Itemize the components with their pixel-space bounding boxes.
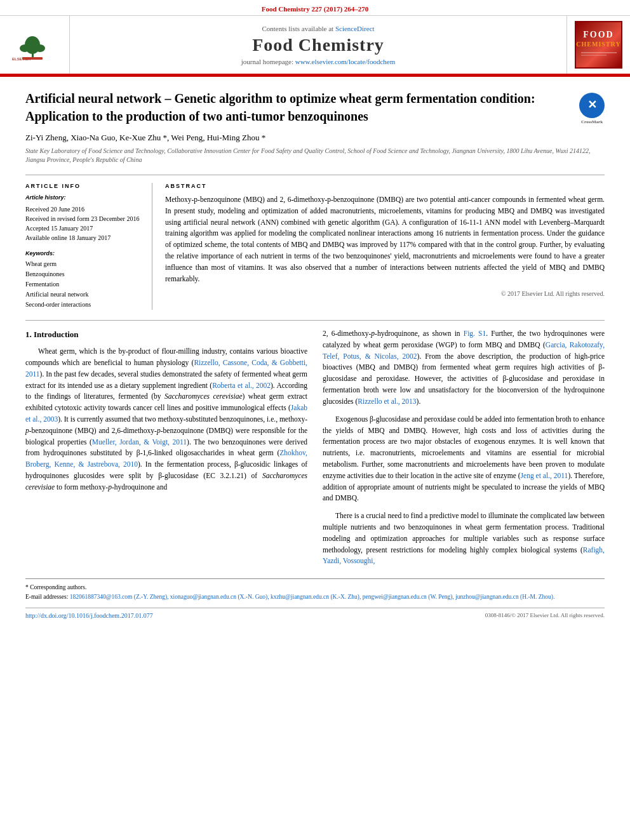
- abstract-text: Methoxy-p-benzoquinone (MBQ) and 2, 6-di…: [165, 194, 605, 285]
- intro-col2-p3: There is a crucial need to find a predic…: [323, 510, 605, 567]
- header-main: ELSEVIER Contents lists available at Sci…: [0, 15, 630, 74]
- body-separator: [25, 320, 605, 321]
- email-addresses[interactable]: 182061887340@163.com (Z.-Y. Zheng), xion…: [70, 594, 555, 600]
- food-chem-badge-area: FOOD CHEMISTRY: [566, 16, 630, 74]
- badge-chem-text: CHEMISTRY: [576, 41, 620, 48]
- ref-rafigh[interactable]: Rafigh, Yazdi, Vossoughi,: [323, 546, 605, 565]
- ref-rizzello-2011[interactable]: Rizzello, Cassone, Coda, & Gobbetti, 201…: [25, 359, 307, 378]
- copyright-line: © 2017 Elsevier Ltd. All rights reserved…: [165, 290, 605, 297]
- received-date: Received 20 June 2016: [25, 204, 142, 214]
- homepage-url[interactable]: www.elsevier.com/locate/foodchem: [295, 58, 396, 65]
- journal-header: Food Chemistry 227 (2017) 264–270 ELSEVI…: [0, 0, 630, 75]
- keyword-2: Benzoquinones: [25, 269, 142, 279]
- ref-zhokhov-2010[interactable]: Zhokhov, Broberg, Kenne, & Jastrebova, 2…: [25, 449, 307, 468]
- doi-line: http://dx.doi.org/10.1016/j.foodchem.201…: [25, 612, 153, 619]
- journal-title: Food Chemistry: [252, 35, 384, 55]
- keyword-5: Second-order interactions: [25, 300, 142, 310]
- ref-mueller-2011[interactable]: Mueller, Jordan, & Voigt, 2011: [92, 438, 187, 446]
- intro-col2-p2: Exogenous β-glucosidase and peroxidase c…: [323, 414, 605, 505]
- article-info-column: ARTICLE INFO Article history: Received 2…: [25, 183, 152, 310]
- email-line: E-mail addresses: 182061887340@163.com (…: [25, 592, 605, 601]
- intro-col2-p1: 2, 6-dimethoxy-p-hydroquinone, as shown …: [323, 328, 605, 408]
- abstract-column: ABSTRACT Methoxy-p-benzoquinone (MBQ) an…: [165, 183, 605, 310]
- affiliation: State Key Laboratory of Food Science and…: [25, 147, 605, 164]
- homepage-line: journal homepage: www.elsevier.com/locat…: [241, 58, 395, 65]
- journal-ref-text: Food Chemistry 227 (2017) 264–270: [262, 5, 369, 13]
- article-info-heading: ARTICLE INFO: [25, 183, 142, 189]
- doi-link[interactable]: http://dx.doi.org/10.1016/j.foodchem.201…: [25, 612, 153, 619]
- corresponding-note: * Corresponding authors.: [25, 583, 605, 592]
- header-center: Contents lists available at ScienceDirec…: [70, 16, 566, 74]
- article-title-row: Artificial neural network – Genetic algo…: [25, 90, 605, 125]
- svg-point-2: [20, 44, 30, 52]
- journal-ref-line: Food Chemistry 227 (2017) 264–270: [0, 4, 630, 15]
- intro-heading: 1. Introduction: [25, 328, 307, 341]
- intro-p1: Wheat germ, which is the by-product of f…: [25, 346, 307, 493]
- ref-garcia-2002[interactable]: Garcia, Rakotozafy, Telef, Potus, & Nico…: [323, 341, 605, 360]
- keywords-heading: Keywords:: [25, 250, 142, 257]
- body-two-col: 1. Introduction Wheat germ, which is the…: [25, 328, 605, 573]
- svg-text:ELSEVIER: ELSEVIER: [12, 57, 31, 61]
- badge-decoration: [580, 48, 618, 60]
- keywords-section: Keywords: Wheat germ Benzoquinones Ferme…: [25, 250, 142, 310]
- ref-roberta-2002[interactable]: Roberta et al., 2002: [212, 382, 271, 389]
- sciencedirect-link[interactable]: ScienceDirect: [335, 25, 375, 32]
- ref-jeng-2011[interactable]: Jeng et al., 2011: [521, 472, 568, 479]
- keyword-1: Wheat germ: [25, 259, 142, 269]
- authors-line: Zi-Yi Zheng, Xiao-Na Guo, Ke-Xue Zhu *, …: [25, 133, 605, 143]
- available-date: Available online 18 January 2017: [25, 233, 142, 243]
- abstract-heading: ABSTRACT: [165, 183, 605, 189]
- body-col-left: 1. Introduction Wheat germ, which is the…: [25, 328, 307, 573]
- svg-rect-6: [581, 52, 617, 53]
- body-col-right: 2, 6-dimethoxy-p-hydroquinone, as shown …: [323, 328, 605, 573]
- email-label: E-mail addresses:: [25, 594, 68, 600]
- bottom-bar: http://dx.doi.org/10.1016/j.foodchem.201…: [25, 608, 605, 619]
- issn-line: 0308-8146/© 2017 Elsevier Ltd. All right…: [485, 612, 605, 618]
- article-info-abstract-section: ARTICLE INFO Article history: Received 2…: [25, 175, 605, 310]
- ref-rizzello-2013[interactable]: Rizzello et al., 2013: [358, 397, 416, 405]
- ref-fig-s1[interactable]: Fig. S1: [464, 330, 486, 337]
- ref-jakab-2003[interactable]: Jakab et al., 2003: [25, 404, 307, 423]
- accepted-date: Accepted 15 January 2017: [25, 223, 142, 233]
- food-chem-badge: FOOD CHEMISTRY: [575, 21, 622, 69]
- article-content: Artificial neural network – Genetic algo…: [0, 77, 630, 632]
- article-title-text: Artificial neural network – Genetic algo…: [25, 90, 579, 125]
- svg-rect-7: [581, 55, 607, 56]
- keyword-3: Fermentation: [25, 279, 142, 290]
- keyword-4: Artificial neural network: [25, 290, 142, 300]
- crossmark-icon: ✕: [579, 93, 605, 118]
- elsevier-logo-area: ELSEVIER: [0, 16, 70, 74]
- article-history-label: Article history:: [25, 194, 142, 201]
- elsevier-logo-svg: ELSEVIER: [10, 29, 60, 61]
- crossmark-label: CrossMark: [579, 119, 605, 126]
- crossmark-badge: ✕ CrossMark: [579, 93, 605, 118]
- contents-line: Contents lists available at ScienceDirec…: [262, 25, 374, 32]
- authors-text: Zi-Yi Zheng, Xiao-Na Guo, Ke-Xue Zhu *, …: [25, 133, 265, 142]
- svg-point-3: [35, 44, 45, 52]
- received-revised-date: Received in revised form 23 December 201…: [25, 214, 142, 223]
- footnote-section: * Corresponding authors. E-mail addresse…: [25, 578, 605, 601]
- badge-food-text: FOOD: [583, 30, 613, 41]
